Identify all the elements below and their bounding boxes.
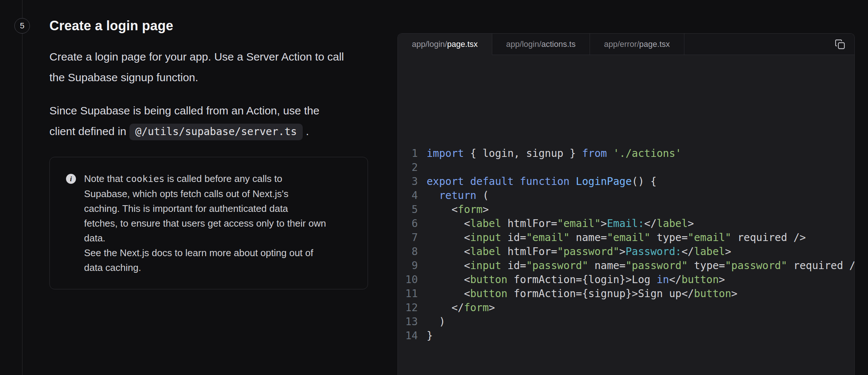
- code-text: <input id="email" name="email" type="ema…: [427, 231, 806, 245]
- code-text: return (: [427, 189, 489, 203]
- code-tabs: app/login/page.tsxapp/login/actions.tsap…: [398, 34, 684, 55]
- line-number: 5: [398, 203, 418, 217]
- step-content: Create a login page Create a login page …: [49, 17, 396, 289]
- line-number: 12: [398, 301, 418, 315]
- text-segment: See the Next.js docs to learn more about…: [84, 247, 313, 258]
- step-title: Create a login page: [49, 17, 396, 35]
- code-text: ): [427, 315, 445, 329]
- code-line: 13 ): [398, 315, 854, 329]
- code-line: 9 <input id="password" name="password" t…: [398, 259, 854, 273]
- note-callout: i Note that cookies is called before any…: [49, 157, 368, 289]
- code-text: <button formAction={login}>Log in</butto…: [427, 273, 725, 287]
- line-number: 7: [398, 231, 418, 245]
- text-line: Note that cookies is called before any c…: [84, 171, 326, 186]
- tab-path-prefix: app/login/: [412, 39, 447, 49]
- text-segment: fetches, to ensure that users get access…: [84, 218, 326, 229]
- tab-path-prefix: app/login/: [506, 39, 541, 49]
- tab-app-error-page-tsx[interactable]: app/error/page.tsx: [590, 34, 684, 55]
- text-line: See the Next.js docs to learn more about…: [84, 245, 326, 260]
- text-segment: client defined in: [49, 125, 129, 137]
- line-number: 1: [398, 147, 418, 161]
- line-number: 4: [398, 189, 418, 203]
- text-line: client defined in @/utils/supabase/serve…: [49, 121, 396, 142]
- text-segment: Supabase, which opts fetch calls out of …: [84, 188, 288, 199]
- inline-mono: cookies: [126, 173, 164, 184]
- code-line: 10 <button formAction={login}>Log in</bu…: [398, 273, 854, 287]
- code-text: }: [427, 329, 433, 343]
- text-segment: .: [303, 125, 309, 137]
- step-paragraphs: Create a login page for your app. Use a …: [49, 47, 396, 142]
- text-line: data caching.: [84, 260, 326, 275]
- code-line: 14}: [398, 329, 854, 343]
- line-number: 10: [398, 273, 418, 287]
- text-segment: Create a login page for your app. Use a …: [49, 51, 344, 63]
- code-tabbar: app/login/page.tsxapp/login/actions.tsap…: [398, 34, 854, 55]
- code-line: 12 </form>: [398, 301, 854, 315]
- text-line: Supabase, which opts fetch calls out of …: [84, 186, 326, 201]
- tab-app-login-actions-ts[interactable]: app/login/actions.ts: [492, 34, 590, 55]
- text-segment: Note that: [84, 173, 126, 184]
- code-line: 5 <form>: [398, 203, 854, 217]
- code-text: </form>: [427, 301, 495, 315]
- text-line: caching. This is important for authentic…: [84, 201, 326, 216]
- code-line: 4 return (: [398, 189, 854, 203]
- code-line: 7 <input id="email" name="email" type="e…: [398, 231, 854, 245]
- step-timeline-line: [22, 0, 22, 375]
- code-text: <button formAction={signup}>Sign up</but…: [427, 287, 737, 301]
- text-line: fetches, to ensure that users get access…: [84, 216, 326, 231]
- text-segment: Since Supabase is being called from an A…: [49, 104, 319, 117]
- note-text: Note that cookies is called before any c…: [84, 171, 326, 275]
- tab-path-prefix: app/error/: [604, 39, 639, 49]
- step-number-badge: 5: [14, 18, 30, 34]
- code-line: 8 <label htmlFor="password">Password:</l…: [398, 245, 854, 259]
- code-line: 2: [398, 161, 854, 175]
- line-number: 11: [398, 287, 418, 301]
- code-line: 1import { login, signup } from './action…: [398, 147, 854, 161]
- code-line: 3export default function LoginPage() {: [398, 175, 854, 189]
- text-line: data.: [84, 231, 326, 245]
- code-editor: 1import { login, signup } from './action…: [398, 55, 854, 343]
- code-panel: app/login/page.tsxapp/login/actions.tsap…: [397, 33, 855, 375]
- line-number: 3: [398, 175, 418, 189]
- line-number: 8: [398, 245, 418, 259]
- text-line: Create a login page for your app. Use a …: [49, 47, 396, 67]
- inline-code: @/utils/supabase/server.ts: [129, 124, 303, 140]
- tab-file-name: page.tsx: [639, 39, 670, 49]
- code-line: 6 <label htmlFor="email">Email:</label>: [398, 217, 854, 231]
- code-text: <form>: [427, 203, 489, 217]
- code-text: import { login, signup } from './actions…: [427, 147, 681, 161]
- text-segment: data caching.: [84, 262, 141, 273]
- tab-file-name: actions.ts: [541, 39, 576, 49]
- code-text: <label htmlFor="password">Password:</lab…: [427, 245, 731, 259]
- line-number: 14: [398, 329, 418, 343]
- tab-app-login-page-tsx[interactable]: app/login/page.tsx: [398, 34, 492, 55]
- text-segment: is called before any calls to: [164, 173, 282, 184]
- code-text: export default function LoginPage() {: [427, 175, 657, 189]
- line-number: 9: [398, 259, 418, 273]
- code-text: <label htmlFor="email">Email:</label>: [427, 217, 694, 231]
- line-number: 13: [398, 315, 418, 329]
- paragraph: Create a login page for your app. Use a …: [49, 47, 396, 88]
- copy-icon: [834, 39, 846, 50]
- text-line: the Supabase signup function.: [49, 67, 396, 88]
- code-text: <input id="password" name="password" typ…: [427, 259, 855, 273]
- line-number: 6: [398, 217, 418, 231]
- step-number: 5: [20, 21, 24, 31]
- text-line: Since Supabase is being called from an A…: [49, 100, 396, 121]
- text-segment: data.: [84, 233, 105, 244]
- tab-file-name: page.tsx: [447, 39, 478, 49]
- line-number: 2: [398, 161, 418, 175]
- text-segment: the Supabase signup function.: [49, 71, 198, 83]
- text-segment: caching. This is important for authentic…: [84, 203, 288, 214]
- paragraph: Since Supabase is being called from an A…: [49, 100, 396, 142]
- code-line: 11 <button formAction={signup}>Sign up</…: [398, 287, 854, 301]
- info-icon: i: [66, 174, 76, 184]
- copy-button[interactable]: [834, 38, 846, 51]
